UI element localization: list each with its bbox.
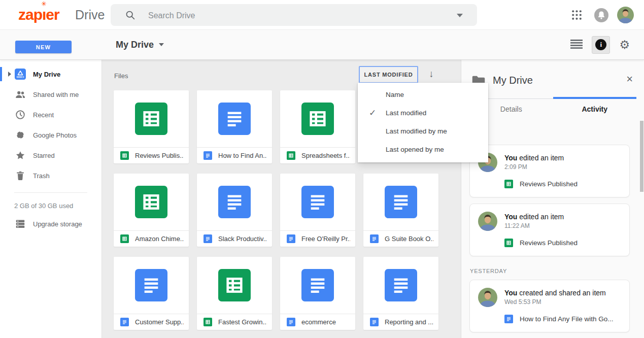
action-toolbar: NEW My Drive i ⚙	[0, 30, 644, 60]
file-card[interactable]: How to Find An...	[197, 90, 272, 163]
sidebar-item-label: Google Photos	[33, 131, 77, 139]
activity-time: Wed 5:53 PM	[504, 298, 606, 306]
close-icon[interactable]: ×	[626, 74, 633, 85]
file-card[interactable]: Reviews Publis...	[114, 90, 189, 163]
scrollbar-thumb[interactable]	[640, 121, 643, 192]
activity-card[interactable]: You created and shared an itemWed 5:53 P…	[469, 280, 630, 332]
sidebar-item-my-drive[interactable]: My Drive	[0, 64, 101, 84]
breadcrumb[interactable]: My Drive	[116, 30, 164, 59]
settings-gear-icon[interactable]: ⚙	[619, 39, 630, 51]
search-options-caret-icon[interactable]	[457, 14, 463, 17]
doc-file-icon	[370, 234, 379, 243]
upgrade-storage-button[interactable]: Upgrade storage	[0, 214, 101, 234]
sort-menu-item[interactable]: ✓Last modified	[358, 104, 488, 122]
file-card-footer: Spreadsheets f...	[280, 147, 355, 163]
sidebar-item-shared-with-me[interactable]: Shared with me	[0, 84, 101, 105]
tab-activity[interactable]: Activity	[553, 105, 637, 113]
new-button[interactable]: NEW	[15, 41, 72, 53]
sort-menu-item-label: Name	[386, 91, 404, 98]
sidebar-nav: My Drive Shared with me Recent Google Ph…	[0, 59, 101, 186]
file-thumbnail	[280, 257, 355, 314]
file-thumbnail	[197, 174, 272, 230]
file-card[interactable]: ecommerce	[280, 257, 355, 330]
sort-menu-item[interactable]: Last opened by me	[358, 140, 488, 158]
app-title: Drive	[75, 8, 105, 22]
doc-file-icon	[301, 269, 334, 301]
file-card[interactable]: G Suite Book O...	[363, 174, 438, 247]
activity-card[interactable]: You edited an item2:09 PMReviews Publish…	[469, 145, 630, 197]
file-card-footer: Free O'Reilly Pr...	[280, 230, 355, 247]
file-card-footer: Reporting and ...	[363, 314, 438, 330]
sheet-file-icon	[135, 186, 167, 218]
doc-file-icon	[385, 186, 417, 218]
zapier-logo[interactable]: zapı✳er	[18, 6, 59, 23]
activity-time: 11:22 AM	[504, 222, 564, 229]
activity-file-link[interactable]: How to Find Any File with Go...	[504, 315, 621, 323]
zapier-spark-icon: ✳	[41, 0, 46, 8]
activity-card[interactable]: You edited an item11:22 AMReviews Publis…	[469, 204, 630, 256]
sheet-file-icon	[504, 180, 513, 188]
file-thumbnail	[363, 257, 438, 314]
clock-icon	[15, 109, 26, 120]
file-row: Amazon Chime...Slack Productiv...Free O'…	[114, 174, 438, 247]
activity-file-link[interactable]: Reviews Published	[504, 239, 621, 247]
activity-file-link[interactable]: Reviews Published	[504, 180, 621, 188]
selected-indicator	[0, 67, 2, 81]
file-card[interactable]: Reporting and ...	[363, 257, 438, 330]
sidebar-item-label: My Drive	[33, 71, 60, 78]
file-card-footer: Slack Productiv...	[197, 230, 272, 247]
file-card[interactable]: Fastest Growin...	[197, 257, 272, 330]
photos-icon	[15, 129, 26, 141]
doc-file-icon	[385, 269, 417, 301]
file-card-footer: G Suite Book O...	[363, 230, 438, 247]
sidebar-item-recent[interactable]: Recent	[0, 105, 101, 125]
file-name: Reviews Published	[520, 180, 578, 188]
sidebar-item-trash[interactable]: Trash	[0, 165, 101, 186]
check-icon: ✓	[369, 108, 376, 118]
search-input[interactable]	[147, 4, 433, 27]
sidebar: My Drive Shared with me Recent Google Ph…	[0, 59, 102, 338]
file-card-footer: Customer Supp...	[114, 314, 189, 330]
disclosure-arrow-icon[interactable]	[8, 72, 11, 77]
file-thumbnail	[280, 174, 355, 230]
notifications-bell-icon[interactable]	[594, 8, 608, 22]
sort-menu-item[interactable]: Last modified by me	[358, 122, 488, 140]
sidebar-item-starred[interactable]: Starred	[0, 145, 101, 165]
details-info-button[interactable]: i	[592, 36, 610, 54]
sidebar-item-label: Starred	[33, 152, 55, 159]
activity-text: You edited an item	[504, 213, 564, 221]
file-name: How to Find An...	[218, 152, 267, 159]
sheet-file-icon	[301, 103, 334, 135]
chevron-down-icon	[159, 43, 164, 46]
apps-grid-icon[interactable]	[570, 9, 583, 21]
activity-time: 2:09 PM	[504, 163, 564, 171]
file-thumbnail	[114, 257, 189, 314]
file-name: Fastest Growin...	[218, 318, 267, 326]
search-bar[interactable]	[111, 4, 477, 26]
view-controls: i ⚙	[570, 30, 630, 59]
file-card[interactable]: Spreadsheets f...	[280, 90, 355, 163]
doc-file-icon	[287, 318, 295, 326]
sort-by-button[interactable]: LAST MODIFIED	[359, 66, 418, 83]
file-card-footer: Reviews Publis...	[114, 147, 189, 163]
file-card[interactable]: Slack Productiv...	[197, 174, 272, 247]
people-icon	[15, 89, 26, 100]
account-avatar[interactable]	[617, 7, 634, 23]
file-name: Reviews Publis...	[135, 152, 184, 159]
file-card[interactable]: Customer Supp...	[114, 257, 189, 330]
top-bar: zapı✳er Drive	[0, 0, 644, 30]
sidebar-divider	[14, 192, 87, 193]
file-card[interactable]: Amazon Chime...	[114, 174, 189, 247]
doc-file-icon	[218, 186, 251, 218]
list-view-icon[interactable]	[570, 40, 583, 50]
sidebar-item-google-photos[interactable]: Google Photos	[0, 125, 101, 145]
file-row: Customer Supp...Fastest Growin...ecommer…	[114, 257, 438, 330]
activity-section-header: YESTERDAY	[470, 268, 630, 274]
sort-menu-item[interactable]: Name	[358, 85, 488, 104]
sheet-file-icon	[504, 239, 513, 247]
sort-direction-arrow-icon[interactable]: ↓	[425, 68, 437, 80]
file-card[interactable]: Free O'Reilly Pr...	[280, 174, 355, 247]
user-avatar	[478, 212, 497, 231]
panel-title: My Drive	[493, 75, 533, 86]
info-icon: i	[595, 39, 606, 50]
